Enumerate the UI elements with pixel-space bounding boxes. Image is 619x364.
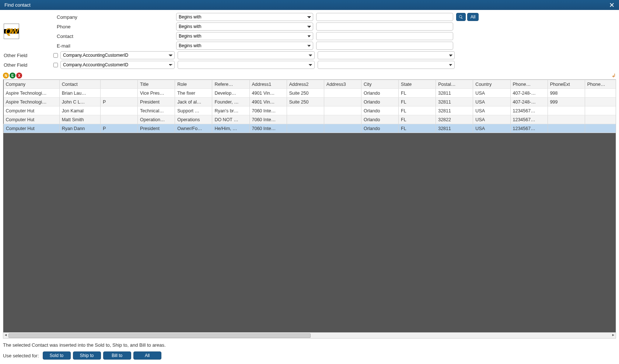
other-field-2-op[interactable] bbox=[178, 61, 315, 69]
company-label: Company bbox=[55, 14, 173, 20]
email-input[interactable] bbox=[316, 42, 453, 50]
footer-prompt: Use selected for: bbox=[3, 353, 39, 358]
other-field-2-value[interactable] bbox=[318, 61, 455, 69]
contact-input[interactable] bbox=[316, 32, 453, 40]
close-icon[interactable]: ✕ bbox=[609, 2, 615, 8]
table-row[interactable]: Computer HutJon KamalTechnical…Support …… bbox=[4, 106, 616, 115]
bill-to-button[interactable]: Bill to bbox=[103, 351, 131, 360]
delete-icon[interactable]: X bbox=[16, 73, 22, 78]
grid-scroll[interactable]: CompanyContactTitleRoleRefere…Address1Ad… bbox=[3, 79, 616, 333]
table-row[interactable]: Aspire Technologi…Brian Lau…Vice Pres…Th… bbox=[4, 89, 616, 98]
phone-label: Phone bbox=[55, 24, 173, 29]
column-header[interactable]: Contact bbox=[59, 80, 100, 89]
contact-label: Contact bbox=[55, 34, 173, 39]
new-icon[interactable]: N bbox=[3, 73, 9, 78]
email-label: E-mail bbox=[55, 43, 173, 49]
column-header[interactable]: City bbox=[361, 80, 398, 89]
column-header[interactable]: Title bbox=[138, 80, 175, 89]
all-footer-button[interactable]: All bbox=[133, 351, 161, 360]
ship-to-button[interactable]: Ship to bbox=[73, 351, 101, 360]
other-field-1-value[interactable] bbox=[318, 51, 455, 59]
search-button[interactable] bbox=[456, 13, 466, 21]
other-field-2-select[interactable]: Company.AccountingCustomerID bbox=[60, 61, 175, 69]
email-op-select[interactable]: Begins with bbox=[176, 42, 313, 50]
column-header[interactable]: PhoneExt bbox=[548, 80, 585, 89]
column-header[interactable]: Phone… bbox=[585, 80, 616, 89]
horizontal-scrollbar[interactable] bbox=[3, 333, 616, 339]
other-field-1-op[interactable] bbox=[178, 51, 315, 59]
column-header[interactable]: Refere… bbox=[212, 80, 249, 89]
other-field-1-checkbox[interactable] bbox=[51, 53, 60, 57]
action-bar: N E X ↲ bbox=[0, 71, 619, 79]
column-header[interactable]: Phone… bbox=[510, 80, 548, 89]
column-header[interactable]: Role bbox=[175, 80, 212, 89]
column-header[interactable] bbox=[100, 80, 137, 89]
status-text: The selected Contact was inserted into t… bbox=[0, 340, 619, 349]
search-area: QW Company Begins with All Phone Begins … bbox=[0, 10, 619, 71]
column-header[interactable]: Company bbox=[4, 80, 60, 89]
contact-op-select[interactable]: Begins with bbox=[176, 32, 313, 40]
footer: Use selected for: Sold to Ship to Bill t… bbox=[0, 349, 619, 364]
all-button[interactable]: All bbox=[467, 13, 479, 21]
column-header[interactable]: Address1 bbox=[249, 80, 287, 89]
popout-icon[interactable]: ↲ bbox=[612, 73, 616, 78]
edit-icon[interactable]: E bbox=[10, 73, 15, 78]
column-header[interactable]: Address3 bbox=[324, 80, 361, 89]
company-input[interactable] bbox=[316, 13, 453, 21]
results-grid: CompanyContactTitleRoleRefere…Address1Ad… bbox=[0, 79, 619, 340]
column-header[interactable]: Address2 bbox=[287, 80, 324, 89]
column-header[interactable]: Country bbox=[473, 80, 510, 89]
phone-input[interactable] bbox=[316, 22, 453, 31]
company-op-select[interactable]: Begins with bbox=[176, 13, 313, 21]
other-field-1-select[interactable]: Company.AccountingCustomerID bbox=[60, 51, 175, 59]
other-field-2-label: Other Field bbox=[3, 62, 51, 68]
table-row[interactable]: Computer HutRyan DannPPresidentOwner/Fo…… bbox=[4, 124, 616, 133]
dialog-title: Find contact bbox=[4, 2, 31, 8]
other-field-1-label: Other Field bbox=[3, 53, 51, 58]
column-header[interactable]: Postal… bbox=[436, 80, 473, 89]
sold-to-button[interactable]: Sold to bbox=[43, 351, 71, 360]
column-header[interactable]: State bbox=[399, 80, 436, 89]
other-field-2-checkbox[interactable] bbox=[51, 63, 60, 67]
table-row[interactable]: Computer HutMatt SmithOperation…Operatio… bbox=[4, 115, 616, 124]
dialog-header: Find contact ✕ bbox=[0, 0, 619, 10]
search-icon bbox=[459, 15, 463, 19]
table-row[interactable]: Aspire Technologi…John C L…PPresidentJac… bbox=[4, 98, 616, 106]
phone-op-select[interactable]: Begins with bbox=[176, 22, 313, 31]
app-logo: QW bbox=[3, 24, 52, 39]
